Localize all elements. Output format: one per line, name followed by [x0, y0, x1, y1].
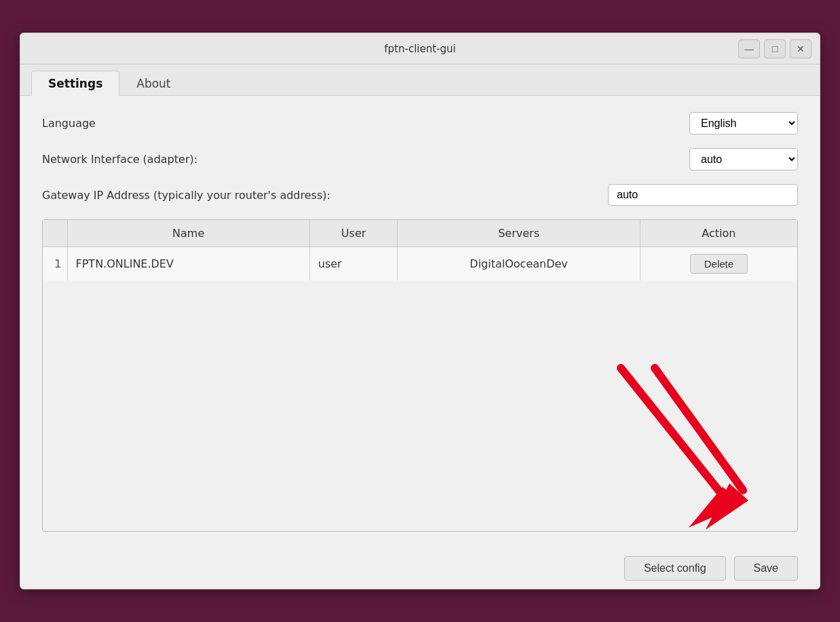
svg-marker-2 [689, 487, 743, 528]
col-servers: Servers [398, 220, 640, 247]
svg-line-1 [655, 368, 743, 490]
red-arrow-annotation [580, 354, 757, 531]
table-header-row: Name User Servers Action [43, 220, 797, 247]
language-label: Language [42, 117, 96, 130]
row-name: FPTN.ONLINE.DEV [67, 247, 309, 281]
title-bar: fptn-client-gui — □ ✕ [20, 33, 820, 65]
language-control: English Russian German French [689, 112, 798, 134]
tab-settings[interactable]: Settings [31, 71, 119, 96]
gateway-row: Gateway IP Address (typically your route… [42, 184, 798, 206]
language-select[interactable]: English Russian German French [689, 112, 798, 134]
settings-content: Language English Russian German French N… [20, 96, 820, 548]
col-action: Action [640, 220, 797, 247]
row-index: 1 [43, 247, 67, 281]
row-action: Delete [640, 247, 797, 281]
select-config-button[interactable]: Select config [624, 556, 726, 581]
network-control: auto eth0 wlan0 [689, 148, 798, 170]
network-row: Network Interface (adapter): auto eth0 w… [42, 148, 798, 170]
network-label: Network Interface (adapter): [42, 153, 197, 166]
network-select[interactable]: auto eth0 wlan0 [689, 148, 798, 170]
close-button[interactable]: ✕ [790, 39, 812, 58]
save-button[interactable]: Save [734, 556, 798, 581]
tab-about[interactable]: About [119, 71, 187, 96]
row-servers: DigitalOoceanDev [398, 247, 640, 281]
gateway-control [608, 184, 798, 206]
table-empty-area [43, 280, 797, 531]
gateway-label: Gateway IP Address (typically your route… [42, 189, 330, 202]
bottom-bar: Select config Save [20, 548, 820, 589]
table-row: 1 FPTN.ONLINE.DEV user DigitalOoceanDev … [43, 247, 797, 281]
gateway-input[interactable] [608, 184, 798, 206]
col-index [43, 220, 67, 247]
main-window: fptn-client-gui — □ ✕ Settings About Lan… [20, 33, 820, 589]
window-title: fptn-client-gui [290, 43, 551, 55]
config-table-section: Name User Servers Action 1 FPTN.ONLINE.D… [42, 219, 798, 532]
language-row: Language English Russian German French [42, 112, 798, 134]
svg-marker-3 [706, 483, 748, 530]
col-user: User [309, 220, 398, 247]
maximize-button[interactable]: □ [764, 39, 786, 58]
tab-bar: Settings About [20, 65, 820, 96]
col-name: Name [67, 220, 309, 247]
window-controls: — □ ✕ [550, 39, 812, 58]
config-table: Name User Servers Action 1 FPTN.ONLINE.D… [43, 220, 797, 280]
minimize-button[interactable]: — [738, 39, 760, 58]
delete-button[interactable]: Delete [690, 254, 748, 274]
svg-line-0 [621, 368, 729, 504]
row-user: user [309, 247, 398, 281]
